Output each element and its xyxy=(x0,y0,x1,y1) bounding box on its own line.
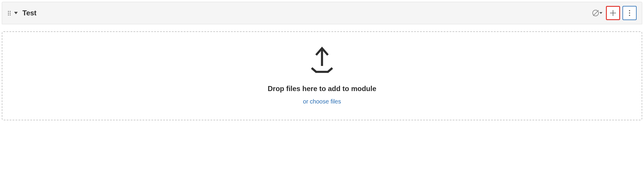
file-drop-zone[interactable]: Drop files here to add to module or choo… xyxy=(2,31,642,120)
plus-icon xyxy=(610,10,616,16)
upload-icon xyxy=(306,44,338,77)
choose-files-link[interactable]: or choose files xyxy=(303,98,341,105)
publish-status-dropdown[interactable] xyxy=(591,9,604,17)
unpublished-icon xyxy=(592,10,599,16)
kebab-menu-icon xyxy=(629,10,630,16)
module-header: Test xyxy=(2,2,642,24)
module-header-left: Test xyxy=(7,9,37,17)
drag-handle-icon[interactable] xyxy=(7,10,11,16)
module-title: Test xyxy=(22,9,37,17)
add-item-button[interactable] xyxy=(606,6,620,20)
drop-zone-text: Drop files here to add to module xyxy=(268,85,376,93)
caret-down-icon xyxy=(599,12,602,14)
module-container: Test xyxy=(2,2,642,120)
more-options-button[interactable] xyxy=(622,6,637,20)
module-header-right xyxy=(591,6,637,20)
collapse-toggle-icon[interactable] xyxy=(14,12,18,14)
